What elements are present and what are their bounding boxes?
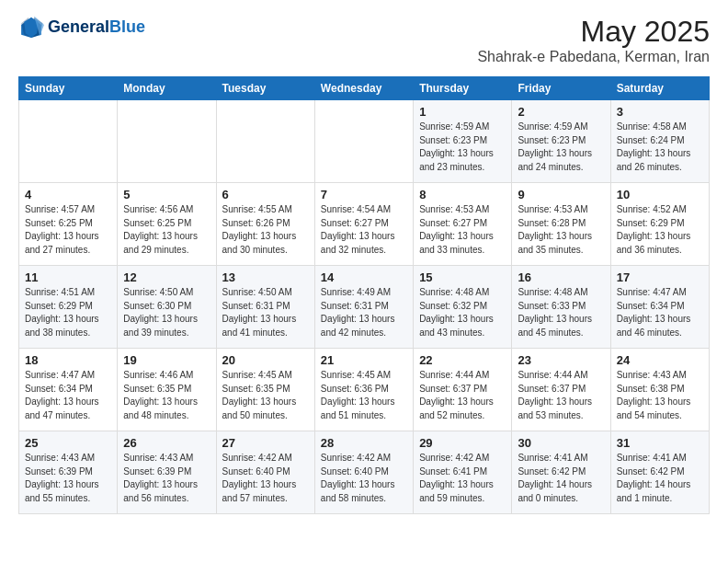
day-info: Sunrise: 4:58 AM Sunset: 6:24 PM Dayligh…	[617, 121, 703, 174]
day-info: Sunrise: 4:59 AM Sunset: 6:23 PM Dayligh…	[419, 121, 506, 174]
day-number: 8	[419, 188, 506, 201]
logo-name-general: GeneralBlue	[48, 18, 145, 37]
week-row-5: 25Sunrise: 4:43 AM Sunset: 6:39 PM Dayli…	[19, 431, 710, 514]
day-info: Sunrise: 4:46 AM Sunset: 6:35 PM Dayligh…	[123, 369, 210, 422]
day-number: 7	[321, 188, 407, 201]
calendar-cell: 14Sunrise: 4:49 AM Sunset: 6:31 PM Dayli…	[314, 266, 413, 349]
page: GeneralBlue May 2025 Shahrak-e Pabedana,…	[0, 0, 728, 529]
calendar-cell	[314, 100, 413, 183]
logo-icon	[18, 15, 44, 40]
weekday-header-sunday: Sunday	[19, 77, 118, 100]
day-info: Sunrise: 4:52 AM Sunset: 6:29 PM Dayligh…	[617, 203, 703, 257]
title-block: May 2025 Shahrak-e Pabedana, Kerman, Ira…	[477, 15, 710, 65]
calendar-cell: 15Sunrise: 4:48 AM Sunset: 6:32 PM Dayli…	[414, 266, 512, 349]
day-info: Sunrise: 4:44 AM Sunset: 6:37 PM Dayligh…	[518, 369, 604, 422]
calendar-cell: 18Sunrise: 4:47 AM Sunset: 6:34 PM Dayli…	[19, 349, 118, 431]
day-number: 9	[518, 188, 604, 201]
day-number: 11	[25, 270, 111, 284]
day-info: Sunrise: 4:54 AM Sunset: 6:27 PM Dayligh…	[321, 203, 407, 257]
day-number: 24	[617, 353, 703, 367]
weekday-header-thursday: Thursday	[414, 77, 512, 100]
day-number: 3	[617, 105, 703, 119]
header: GeneralBlue May 2025 Shahrak-e Pabedana,…	[18, 15, 710, 65]
calendar-cell: 11Sunrise: 4:51 AM Sunset: 6:29 PM Dayli…	[19, 266, 118, 349]
day-info: Sunrise: 4:42 AM Sunset: 6:41 PM Dayligh…	[419, 452, 506, 505]
day-info: Sunrise: 4:48 AM Sunset: 6:32 PM Dayligh…	[419, 286, 506, 339]
day-info: Sunrise: 4:48 AM Sunset: 6:33 PM Dayligh…	[518, 286, 604, 339]
day-info: Sunrise: 4:47 AM Sunset: 6:34 PM Dayligh…	[617, 286, 703, 339]
day-number: 25	[25, 436, 111, 450]
logo: GeneralBlue	[18, 15, 145, 40]
weekday-header-wednesday: Wednesday	[314, 77, 413, 100]
calendar-cell: 30Sunrise: 4:41 AM Sunset: 6:42 PM Dayli…	[512, 431, 610, 514]
calendar-cell: 4Sunrise: 4:57 AM Sunset: 6:25 PM Daylig…	[19, 183, 118, 266]
day-number: 13	[222, 270, 309, 284]
day-number: 5	[123, 188, 210, 201]
day-info: Sunrise: 4:56 AM Sunset: 6:25 PM Dayligh…	[123, 203, 210, 257]
day-info: Sunrise: 4:51 AM Sunset: 6:29 PM Dayligh…	[25, 286, 111, 339]
day-number: 2	[518, 105, 604, 119]
weekday-header-saturday: Saturday	[610, 77, 709, 100]
calendar-cell: 10Sunrise: 4:52 AM Sunset: 6:29 PM Dayli…	[610, 183, 709, 266]
day-number: 14	[321, 270, 407, 284]
calendar-cell	[19, 100, 118, 183]
day-info: Sunrise: 4:45 AM Sunset: 6:35 PM Dayligh…	[222, 369, 309, 422]
day-info: Sunrise: 4:41 AM Sunset: 6:42 PM Dayligh…	[518, 452, 604, 505]
calendar-cell: 16Sunrise: 4:48 AM Sunset: 6:33 PM Dayli…	[512, 266, 610, 349]
day-info: Sunrise: 4:45 AM Sunset: 6:36 PM Dayligh…	[321, 369, 407, 422]
calendar-cell: 1Sunrise: 4:59 AM Sunset: 6:23 PM Daylig…	[414, 100, 512, 183]
calendar-cell: 7Sunrise: 4:54 AM Sunset: 6:27 PM Daylig…	[314, 183, 413, 266]
calendar-cell: 3Sunrise: 4:58 AM Sunset: 6:24 PM Daylig…	[610, 100, 709, 183]
day-number: 28	[321, 436, 407, 450]
weekday-header-friday: Friday	[512, 77, 610, 100]
day-info: Sunrise: 4:43 AM Sunset: 6:39 PM Dayligh…	[25, 452, 111, 505]
day-info: Sunrise: 4:42 AM Sunset: 6:40 PM Dayligh…	[321, 452, 407, 505]
calendar-cell: 6Sunrise: 4:55 AM Sunset: 6:26 PM Daylig…	[216, 183, 314, 266]
day-number: 26	[123, 436, 210, 450]
calendar-cell: 28Sunrise: 4:42 AM Sunset: 6:40 PM Dayli…	[314, 431, 413, 514]
calendar-cell: 13Sunrise: 4:50 AM Sunset: 6:31 PM Dayli…	[216, 266, 314, 349]
calendar-cell: 12Sunrise: 4:50 AM Sunset: 6:30 PM Dayli…	[118, 266, 216, 349]
day-number: 12	[123, 270, 210, 284]
day-info: Sunrise: 4:44 AM Sunset: 6:37 PM Dayligh…	[419, 369, 506, 422]
day-number: 17	[617, 270, 703, 284]
calendar-subtitle: Shahrak-e Pabedana, Kerman, Iran	[477, 49, 710, 65]
day-number: 21	[321, 353, 407, 367]
day-number: 23	[518, 353, 604, 367]
day-info: Sunrise: 4:55 AM Sunset: 6:26 PM Dayligh…	[222, 203, 309, 257]
calendar-cell: 31Sunrise: 4:41 AM Sunset: 6:42 PM Dayli…	[610, 431, 709, 514]
day-info: Sunrise: 4:43 AM Sunset: 6:38 PM Dayligh…	[617, 369, 703, 422]
calendar-cell: 24Sunrise: 4:43 AM Sunset: 6:38 PM Dayli…	[610, 349, 709, 431]
calendar-cell: 26Sunrise: 4:43 AM Sunset: 6:39 PM Dayli…	[118, 431, 216, 514]
calendar-cell: 2Sunrise: 4:59 AM Sunset: 6:23 PM Daylig…	[512, 100, 610, 183]
weekday-header-tuesday: Tuesday	[216, 77, 314, 100]
day-info: Sunrise: 4:42 AM Sunset: 6:40 PM Dayligh…	[222, 452, 309, 505]
calendar-cell	[216, 100, 314, 183]
day-number: 27	[222, 436, 309, 450]
calendar-cell	[118, 100, 216, 183]
week-row-4: 18Sunrise: 4:47 AM Sunset: 6:34 PM Dayli…	[19, 349, 710, 431]
day-number: 1	[419, 105, 506, 119]
day-number: 16	[518, 270, 604, 284]
weekday-header-row: SundayMondayTuesdayWednesdayThursdayFrid…	[19, 77, 710, 100]
week-row-3: 11Sunrise: 4:51 AM Sunset: 6:29 PM Dayli…	[19, 266, 710, 349]
day-number: 20	[222, 353, 309, 367]
calendar-cell: 9Sunrise: 4:53 AM Sunset: 6:28 PM Daylig…	[512, 183, 610, 266]
week-row-1: 1Sunrise: 4:59 AM Sunset: 6:23 PM Daylig…	[19, 100, 710, 183]
day-number: 15	[419, 270, 506, 284]
calendar-cell: 22Sunrise: 4:44 AM Sunset: 6:37 PM Dayli…	[414, 349, 512, 431]
day-info: Sunrise: 4:50 AM Sunset: 6:30 PM Dayligh…	[123, 286, 210, 339]
calendar-cell: 27Sunrise: 4:42 AM Sunset: 6:40 PM Dayli…	[216, 431, 314, 514]
calendar-cell: 8Sunrise: 4:53 AM Sunset: 6:27 PM Daylig…	[414, 183, 512, 266]
day-info: Sunrise: 4:43 AM Sunset: 6:39 PM Dayligh…	[123, 452, 210, 505]
day-number: 30	[518, 436, 604, 450]
day-info: Sunrise: 4:59 AM Sunset: 6:23 PM Dayligh…	[518, 121, 604, 174]
calendar-cell: 20Sunrise: 4:45 AM Sunset: 6:35 PM Dayli…	[216, 349, 314, 431]
day-number: 31	[617, 436, 703, 450]
day-info: Sunrise: 4:50 AM Sunset: 6:31 PM Dayligh…	[222, 286, 309, 339]
day-info: Sunrise: 4:53 AM Sunset: 6:28 PM Dayligh…	[518, 203, 604, 257]
calendar-cell: 19Sunrise: 4:46 AM Sunset: 6:35 PM Dayli…	[118, 349, 216, 431]
calendar-cell: 17Sunrise: 4:47 AM Sunset: 6:34 PM Dayli…	[610, 266, 709, 349]
week-row-2: 4Sunrise: 4:57 AM Sunset: 6:25 PM Daylig…	[19, 183, 710, 266]
calendar-cell: 25Sunrise: 4:43 AM Sunset: 6:39 PM Dayli…	[19, 431, 118, 514]
